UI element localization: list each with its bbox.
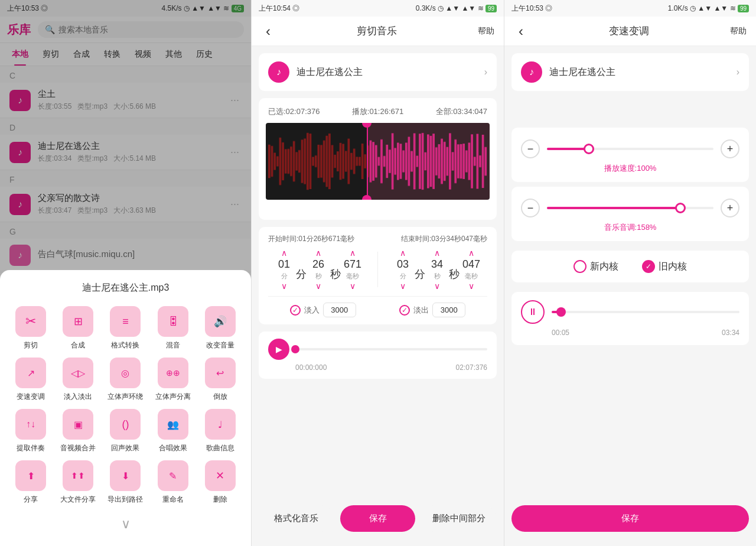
speed-time-total: 03:34 <box>722 329 739 337</box>
speed-back-button[interactable]: ‹ <box>514 21 528 42</box>
fade-in-check[interactable]: ✓ <box>290 305 301 316</box>
start-sec-up-icon[interactable]: ∧ <box>315 249 321 257</box>
sep4: 秒 <box>449 258 460 281</box>
cut-back-button[interactable]: ‹ <box>261 21 275 42</box>
modal-item-export[interactable]: ⬇ 导出到路径 <box>104 460 146 505</box>
modal-item-compose[interactable]: ⊞ 合成 <box>57 306 99 350</box>
speed-decrease-button[interactable]: − <box>521 139 540 158</box>
old-core-item[interactable]: ✓ 旧内核 <box>642 260 687 273</box>
surround-label: 立体声环绕 <box>107 392 143 402</box>
modal-item-bigshare[interactable]: ⬆⬆ 大文件分享 <box>57 460 99 505</box>
new-core-check[interactable] <box>573 260 586 273</box>
start-ms-up-icon[interactable]: ∧ <box>350 249 356 257</box>
modal-item-rename[interactable]: ✎ 重命名 <box>152 460 194 505</box>
speed-save-button[interactable]: 保存 <box>511 505 749 532</box>
end-min-up-icon[interactable]: ∧ <box>400 249 406 257</box>
chorus-label: 合唱效果 <box>159 443 187 453</box>
old-core-check[interactable]: ✓ <box>642 260 655 273</box>
start-min-up-icon[interactable]: ∧ <box>281 249 287 257</box>
sep1: 分 <box>296 258 307 281</box>
waveform-container[interactable] <box>266 123 490 200</box>
cut-song-card[interactable]: ♪ 迪士尼在逃公主 › <box>259 53 497 91</box>
modal-item-share[interactable]: ⬆ 分享 <box>9 460 52 505</box>
pitch-decrease-button[interactable]: − <box>521 199 540 217</box>
speed-pause-button[interactable]: ⏸ <box>521 300 545 324</box>
speed-slider-thumb[interactable] <box>584 144 594 154</box>
modal-item-songinfo[interactable]: ♩ 歌曲信息 <box>199 409 242 453</box>
cut-help[interactable]: 帮助 <box>478 26 494 37</box>
end-min-col[interactable]: ∧ 03 分 ∨ <box>393 249 412 290</box>
start-time-label: 开始时间:01分26秒671毫秒 <box>268 234 354 244</box>
status-bar-speed: 上午10:53 ◎ 1.0K/s ◷ ▲▼ ▲▼ ≋ 99 <box>504 0 756 17</box>
modal-close[interactable]: ∨ <box>9 512 242 537</box>
speed-playback-thumb[interactable] <box>556 307 566 317</box>
modal-item-volume[interactable]: 🔊 改变音量 <box>199 306 242 350</box>
fade-in-item[interactable]: ✓ 淡入 <box>290 303 356 317</box>
speed-panel: 上午10:53 ◎ 1.0K/s ◷ ▲▼ ▲▼ ≋ 99 ‹ 变速变调 帮助 … <box>504 0 756 546</box>
end-sec-col[interactable]: ∧ 34 秒 ∨ <box>428 249 447 290</box>
speed-song-arrow-icon: › <box>737 67 739 77</box>
modal-item-separate[interactable]: ⊕⊕ 立体声分离 <box>152 358 194 402</box>
status-network-cut: 0.3K/s ◷ ▲▼ ▲▼ ≋ 99 <box>416 4 497 12</box>
cut-song-name: 迪士尼在逃公主 <box>296 66 363 79</box>
modal-item-extract[interactable]: ↑↓ 提取伴奏 <box>9 409 52 453</box>
pitch-slider-track[interactable] <box>547 207 713 209</box>
end-sec-up-icon[interactable]: ∧ <box>434 249 440 257</box>
speed-song-card[interactable]: ♪ 迪士尼在逃公主 › <box>511 53 749 91</box>
modal-item-delete[interactable]: ✕ 删除 <box>199 460 242 505</box>
pitch-slider-thumb[interactable] <box>675 203 686 213</box>
speed-song-icon: ♪ <box>521 61 542 83</box>
end-min-down-icon[interactable]: ∨ <box>400 282 406 290</box>
start-sec-col[interactable]: ∧ 26 秒 ∨ <box>309 249 328 290</box>
playback-time: 播放:01:26:671 <box>352 106 403 117</box>
modal-item-mix[interactable]: 🎛 混音 <box>152 306 194 350</box>
selected-time: 已选:02:07:376 <box>268 106 320 117</box>
modal-item-cut[interactable]: ✂ 剪切 <box>9 306 52 350</box>
modal-item-format[interactable]: ≡ 格式转换 <box>104 306 146 350</box>
end-ms-up-icon[interactable]: ∧ <box>468 249 474 257</box>
start-ms-down-icon[interactable]: ∨ <box>350 282 356 290</box>
modal-overlay[interactable]: 迪士尼在逃公主.mp3 ✂ 剪切 ⊞ 合成 ≡ 格式转换 🎛 混音 <box>0 0 251 546</box>
end-ms-down-icon[interactable]: ∨ <box>468 282 474 290</box>
modal-item-fade[interactable]: ◁▷ 淡入淡出 <box>57 358 99 402</box>
cut-progress-thumb[interactable] <box>291 345 299 353</box>
speed-playback-track[interactable] <box>552 311 739 313</box>
start-sec-value: 26 <box>309 258 328 271</box>
cut-progress-track[interactable] <box>295 348 487 350</box>
modal-item-speed[interactable]: ↗ 变速变调 <box>9 358 52 402</box>
speed-time-current: 00:05 <box>552 329 569 337</box>
delete-middle-button[interactable]: 删除中间部分 <box>421 505 497 532</box>
cut-save-button[interactable]: 保存 <box>340 505 416 532</box>
end-sec-down-icon[interactable]: ∨ <box>434 282 440 290</box>
start-min-down-icon[interactable]: ∨ <box>281 282 287 290</box>
start-ms-col[interactable]: ∧ 671 毫秒 ∨ <box>343 249 362 290</box>
format-music-button[interactable]: 格式化音乐 <box>259 505 334 532</box>
modal-item-reverse[interactable]: ↩ 倒放 <box>199 358 242 402</box>
cut-play-button[interactable]: ▶ <box>268 339 289 360</box>
rename-label: 重命名 <box>162 495 184 505</box>
end-ms-col[interactable]: ∧ 047 毫秒 ∨ <box>462 249 481 290</box>
bigshare-icon-btn: ⬆⬆ <box>63 460 93 491</box>
start-sec-label: 秒 <box>315 272 322 281</box>
modal-item-echo[interactable]: () 回声效果 <box>104 409 146 453</box>
speed-bottom-buttons: 保存 <box>511 505 749 532</box>
fade-out-check[interactable]: ✓ <box>399 305 410 316</box>
start-min-col[interactable]: ∧ 01 分 ∨ <box>275 249 294 290</box>
speed-help[interactable]: 帮助 <box>730 26 747 37</box>
start-sec-down-icon[interactable]: ∨ <box>315 282 321 290</box>
pitch-increase-button[interactable]: + <box>721 199 739 217</box>
modal-grid: ✂ 剪切 ⊞ 合成 ≡ 格式转换 🎛 混音 🔊 改变音量 <box>9 306 242 505</box>
fade-out-item[interactable]: ✓ 淡出 <box>399 303 465 317</box>
end-sec-label: 秒 <box>434 272 441 281</box>
speed-increase-button[interactable]: + <box>721 139 739 158</box>
speed-slider-track[interactable] <box>547 148 713 150</box>
new-core-item[interactable]: 新内核 <box>573 260 618 273</box>
status-network-speed: 1.0K/s ◷ ▲▼ ▲▼ ≋ 99 <box>668 4 749 12</box>
fade-out-input[interactable] <box>432 303 465 317</box>
modal-item-surround[interactable]: ◎ 立体声环绕 <box>104 358 146 402</box>
modal-item-avmerge[interactable]: ▣ 音视频合并 <box>57 409 99 453</box>
fade-in-input[interactable] <box>323 303 356 317</box>
share-icon-btn: ⬆ <box>15 460 46 491</box>
cut-progress-bar: ▶ <box>268 339 487 360</box>
modal-item-chorus[interactable]: 👥 合唱效果 <box>152 409 194 453</box>
